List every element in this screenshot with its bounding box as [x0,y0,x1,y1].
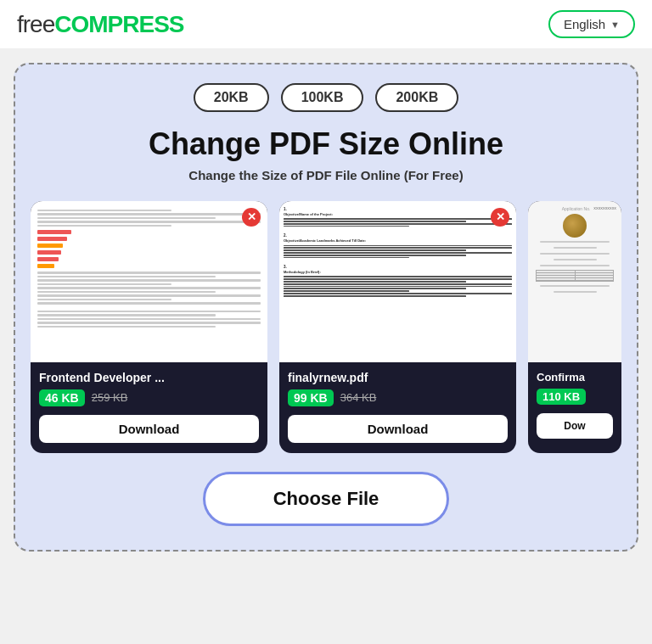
card-3-preview: Application No. XXXXXXXXXX [528,201,621,362]
size-pills-row: 20KB 100KB 200KB [31,83,621,112]
card-1-info: Frontend Developer ... 46 KB 259 KB Down… [31,362,267,453]
size-pill-100kb[interactable]: 100KB [281,83,364,112]
card-1-old-size: 259 KB [92,391,128,404]
chevron-down-icon: ▼ [610,20,620,30]
card-2-preview: ✕ 1. Objective/Name of the Project: 2. O… [279,201,516,362]
card-3-pdf-preview: Application No. XXXXXXXXXX [528,201,621,362]
card-1-close-button[interactable]: ✕ [242,208,261,227]
choose-file-wrapper: Choose File [31,472,621,526]
card-3-new-size: 110 KB [537,389,586,405]
file-card-2: ✕ 1. Objective/Name of the Project: 2. O… [279,201,516,453]
card-2-old-size: 364 KB [340,391,377,404]
language-selector[interactable]: English ▼ [548,10,635,38]
file-card-1: ✕ [31,201,267,453]
card-3-info: Confirma 110 KB Dow [528,362,621,453]
page-title: Change PDF Size Online [31,127,621,161]
files-row: ✕ [31,201,621,453]
card-1-new-size: 46 KB [39,389,85,406]
site-header: freeCOMPRESS English ▼ [0,0,652,49]
card-1-filename: Frontend Developer ... [39,371,259,384]
card-2-filename: finalyrnew.pdf [288,371,508,384]
language-label: English [564,17,605,31]
card-2-new-size: 99 KB [288,389,334,406]
size-pill-200kb[interactable]: 200KB [375,83,458,112]
page-subtitle: Change the Size of PDF File Online (For … [31,168,621,182]
file-card-3: Application No. XXXXXXXXXX [528,201,621,453]
main-content: 20KB 100KB 200KB Change PDF Size Online … [0,49,652,565]
card-3-download-button[interactable]: Dow [537,413,613,439]
card-2-info: finalyrnew.pdf 99 KB 364 KB Download [279,362,516,453]
card-2-sizes: 99 KB 364 KB [288,389,508,406]
card-2-download-button[interactable]: Download [288,415,508,443]
site-logo: freeCOMPRESS [17,13,184,36]
logo-free: free [17,11,54,37]
card-3-filename: Confirma [537,371,613,384]
size-pill-20kb[interactable]: 20KB [194,83,269,112]
card-2-close-button[interactable]: ✕ [491,208,509,227]
card-3-sizes: 110 KB [537,389,613,405]
card-1-pdf-preview [31,201,267,362]
card-1-preview: ✕ [31,201,267,362]
tool-container: 20KB 100KB 200KB Change PDF Size Online … [14,63,638,552]
choose-file-button[interactable]: Choose File [203,472,450,526]
card-1-download-button[interactable]: Download [39,415,259,443]
logo-compress: COMPRESS [54,11,183,37]
card-1-sizes: 46 KB 259 KB [39,389,259,406]
card-3-table [536,270,614,282]
card-3-photo [563,214,587,238]
card-2-pdf-preview: 1. Objective/Name of the Project: 2. Obj… [279,201,516,362]
